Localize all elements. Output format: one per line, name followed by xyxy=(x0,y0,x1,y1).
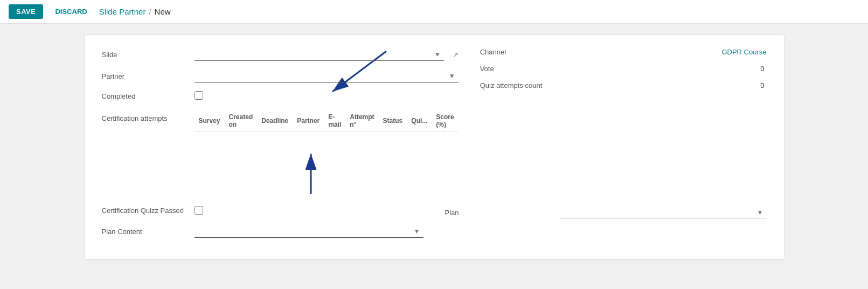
plan-field: ▼ xyxy=(559,206,767,219)
quiz-attempts-label: Quiz attempts count xyxy=(480,81,588,90)
vote-value: 0 xyxy=(594,65,767,73)
external-link-icon[interactable]: ↗ xyxy=(453,51,459,59)
channel-label: Channel xyxy=(480,48,588,56)
completed-field xyxy=(195,91,459,101)
page-content: Slide ▼ ↗ Partner xyxy=(0,24,868,271)
bottom-right: Plan ▼ xyxy=(445,206,767,246)
breadcrumb-current: New xyxy=(155,7,171,16)
discard-button[interactable]: DISCARD xyxy=(50,4,92,19)
plan-row: Plan ▼ xyxy=(445,206,767,219)
partner-row: Partner ▼ xyxy=(102,70,459,82)
top-bar: SAVE DISCARD Slide Partner / New xyxy=(0,0,868,24)
save-button[interactable]: SAVE xyxy=(9,4,43,19)
partner-label: Partner xyxy=(102,72,188,80)
plan-content-row: Plan Content ▼ xyxy=(102,225,423,238)
plan-label: Plan xyxy=(445,209,553,217)
vote-label: Vote xyxy=(480,65,588,73)
breadcrumb: Slide Partner / New xyxy=(99,7,171,16)
col-email: E-mail xyxy=(324,110,345,132)
bottom-left: Certification Quizz Passed Plan Content … xyxy=(102,206,423,246)
cert-quizz-label: Certification Quizz Passed xyxy=(102,206,188,216)
partner-select[interactable] xyxy=(195,70,459,82)
col-deadline: Deadline xyxy=(257,110,293,132)
form-divider xyxy=(102,195,767,195)
table-empty-row xyxy=(195,132,459,175)
cert-table: Survey Created on Deadline Partner E-mai… xyxy=(195,110,459,175)
form-right: Channel GDPR Course Vote 0 Quiz attempts… xyxy=(480,48,767,184)
slide-row: Slide ▼ ↗ xyxy=(102,48,459,61)
certification-label: Certification attempts xyxy=(102,110,188,122)
breadcrumb-parent[interactable]: Slide Partner xyxy=(99,7,146,16)
channel-row: Channel GDPR Course xyxy=(480,48,767,56)
completed-row: Completed xyxy=(102,91,459,101)
col-attempt-no: Attempt n° xyxy=(345,110,378,132)
form-body: Slide ▼ ↗ Partner xyxy=(102,48,767,184)
cert-quizz-checkbox[interactable] xyxy=(195,206,203,215)
vote-row: Vote 0 xyxy=(480,65,767,73)
bottom-section: Certification Quizz Passed Plan Content … xyxy=(102,206,767,246)
col-created-on: Created on xyxy=(225,110,258,132)
col-survey: Survey xyxy=(195,110,225,132)
col-score: Score (%) xyxy=(432,110,458,132)
form-card: Slide ▼ ↗ Partner xyxy=(84,35,784,260)
plan-content-select[interactable] xyxy=(195,225,423,238)
col-partner: Partner xyxy=(293,110,324,132)
completed-checkbox[interactable] xyxy=(195,91,203,100)
cert-table-wrapper: Survey Created on Deadline Partner E-mai… xyxy=(195,110,459,175)
col-qui: Qui... xyxy=(407,110,432,132)
form-left: Slide ▼ ↗ Partner xyxy=(102,48,459,184)
completed-label: Completed xyxy=(102,92,188,100)
slide-select[interactable] xyxy=(195,48,444,61)
breadcrumb-separator: / xyxy=(149,7,151,16)
cert-quizz-row: Certification Quizz Passed xyxy=(102,206,423,216)
plan-content-label: Plan Content xyxy=(102,228,188,236)
cert-quizz-field xyxy=(195,206,423,216)
slide-field: ▼ xyxy=(195,48,444,61)
certification-row: Certification attempts Survey Created on… xyxy=(102,110,459,175)
col-status: Status xyxy=(379,110,407,132)
plan-content-field: ▼ xyxy=(195,225,423,238)
quiz-attempts-value: 0 xyxy=(594,81,767,90)
slide-label: Slide xyxy=(102,51,188,59)
plan-select[interactable] xyxy=(559,206,767,219)
channel-value[interactable]: GDPR Course xyxy=(594,48,767,56)
quiz-attempts-row: Quiz attempts count 0 xyxy=(480,81,767,90)
partner-field: ▼ xyxy=(195,70,459,82)
